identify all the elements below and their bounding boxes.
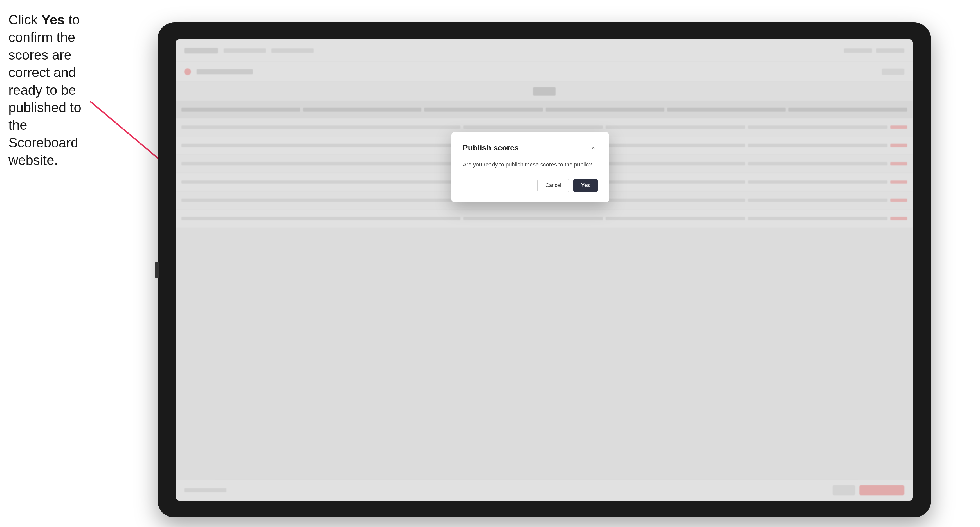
modal-overlay: Publish scores × Are you ready to publis… [176,40,913,500]
cancel-button[interactable]: Cancel [537,179,570,192]
modal-title: Publish scores [463,143,519,152]
instruction-text-suffix: to confirm the scores are correct and re… [8,13,81,168]
modal-close-button[interactable]: × [589,143,598,152]
tablet-device: Publish scores × Are you ready to publis… [158,22,931,517]
screen: Publish scores × Are you ready to publis… [176,40,913,500]
instruction-text: Click Yes to confirm the scores are corr… [8,11,87,169]
instruction-text-bold: Yes [41,13,65,27]
publish-scores-modal: Publish scores × Are you ready to publis… [452,132,609,202]
tablet-side-button [155,262,159,278]
yes-button[interactable]: Yes [573,179,598,192]
modal-body-text: Are you ready to publish these scores to… [463,160,598,169]
instruction-text-prefix: Click [8,13,41,27]
modal-header: Publish scores × [463,143,598,152]
modal-footer: Cancel Yes [463,179,598,192]
